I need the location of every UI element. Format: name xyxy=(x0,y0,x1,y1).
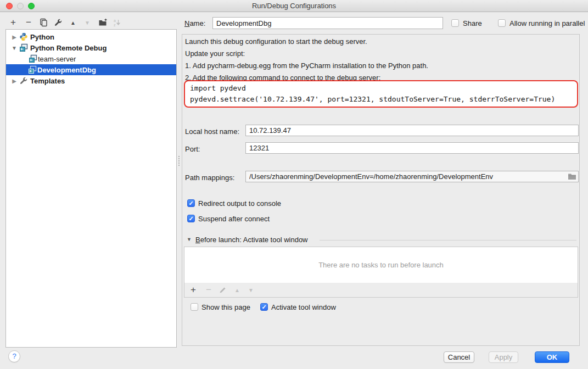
tree-item-python-remote-debug[interactable]: ▼ Python Remote Debug xyxy=(7,42,176,53)
name-input[interactable] xyxy=(212,17,443,29)
move-down-icon: ▼ xyxy=(248,287,254,293)
check-icon: ✓ xyxy=(188,200,193,206)
move-down-button: ▼ xyxy=(81,16,93,29)
close-icon[interactable] xyxy=(6,3,13,9)
ok-button[interactable]: OK xyxy=(535,351,569,363)
path-mappings-input[interactable] xyxy=(245,171,579,182)
titlebar: Run/Debug Configurations xyxy=(0,0,588,12)
apply-button[interactable]: Apply xyxy=(489,351,518,363)
svg-text:a: a xyxy=(114,19,116,23)
code-line: pydevd.settrace('10.72.139.47', port=123… xyxy=(190,94,572,105)
remote-debug-icon xyxy=(29,54,37,63)
move-task-down-button: ▼ xyxy=(245,284,257,296)
tree-item-developmentdbg[interactable]: DevelopmentDbg xyxy=(6,64,176,75)
instruction-line: Launch this debug configuration to start… xyxy=(185,36,367,47)
zoom-icon[interactable] xyxy=(28,3,35,9)
instruction-line: Update your script: xyxy=(185,48,245,59)
remove-configuration-button[interactable]: − xyxy=(23,16,35,29)
suspend-after-connect-label: Suspend after connect xyxy=(198,215,270,223)
folder-icon xyxy=(568,173,576,180)
help-icon: ? xyxy=(12,352,16,360)
parallel-checkbox[interactable] xyxy=(498,19,506,27)
code-line: import pydevd xyxy=(190,83,572,94)
move-up-icon: ▲ xyxy=(70,20,76,26)
show-this-page-checkbox[interactable] xyxy=(191,303,198,311)
help-button[interactable]: ? xyxy=(8,350,20,362)
before-launch-label: Before launch: Activate tool window xyxy=(195,236,308,244)
suspend-after-connect-checkbox[interactable]: ✓ xyxy=(187,215,195,222)
tree-item-label: DevelopmentDbg xyxy=(37,66,96,74)
show-this-page-label: Show this page xyxy=(201,303,250,312)
collapse-before-launch-icon[interactable]: ▼ xyxy=(187,237,192,242)
new-folder-button[interactable] xyxy=(97,16,109,29)
configurations-tree: ▶ Python ▼ Python Remote Debug xyxy=(5,29,177,348)
tree-item-team-server[interactable]: team-server xyxy=(7,53,176,64)
remote-debug-icon xyxy=(28,65,37,74)
chevron-down-icon[interactable]: ▼ xyxy=(11,45,18,51)
cancel-button[interactable]: Cancel xyxy=(444,351,474,363)
port-input[interactable] xyxy=(245,142,579,154)
debug-code-snippet: import pydevd pydevd.settrace('10.72.139… xyxy=(184,80,578,108)
tree-item-label: Templates xyxy=(30,77,65,85)
remove-task-button: − xyxy=(203,284,215,296)
task-list-toolbar: + − ▲ ▼ xyxy=(184,283,578,298)
edit-task-button xyxy=(217,284,229,296)
add-task-button[interactable]: + xyxy=(187,284,199,296)
configuration-panel: Launch this debug configuration to start… xyxy=(182,34,580,346)
move-task-up-button: ▲ xyxy=(231,284,243,296)
check-icon: ✓ xyxy=(188,215,193,222)
chevron-right-icon[interactable]: ▶ xyxy=(11,34,18,40)
check-icon: ✓ xyxy=(261,304,266,310)
sort-alphabetically-icon: a z xyxy=(113,18,121,27)
tree-item-python[interactable]: ▶ Python xyxy=(7,31,176,42)
python-icon xyxy=(19,32,28,41)
section-divider xyxy=(320,240,576,241)
remote-debug-icon xyxy=(19,43,28,52)
activate-tool-window-label: Activate tool window xyxy=(271,303,336,312)
copy-icon xyxy=(39,18,48,27)
chevron-right-icon[interactable]: ▶ xyxy=(11,78,18,84)
remove-icon: − xyxy=(206,284,211,295)
instruction-line: 1. Add pycharm-debug.egg from the PyChar… xyxy=(185,60,428,71)
path-mappings-label: Path mappings: xyxy=(185,172,234,183)
add-configuration-button[interactable]: + xyxy=(7,16,19,29)
redirect-output-checkbox[interactable]: ✓ xyxy=(187,199,195,207)
panel-splitter-handle[interactable] xyxy=(178,155,180,166)
move-up-icon: ▲ xyxy=(234,287,240,293)
move-down-icon: ▼ xyxy=(85,20,90,26)
minimize-icon xyxy=(17,3,24,9)
activate-tool-window-checkbox[interactable]: ✓ xyxy=(260,303,268,311)
pencil-icon xyxy=(219,286,227,294)
port-label: Port: xyxy=(185,144,200,155)
wrench-icon xyxy=(54,18,63,27)
tree-item-label: team-server xyxy=(38,55,76,63)
tree-item-templates[interactable]: ▶ Templates xyxy=(7,75,176,86)
sort-configurations-button: a z xyxy=(111,16,123,29)
move-up-button[interactable]: ▲ xyxy=(67,16,79,29)
add-icon: + xyxy=(191,284,196,295)
copy-configuration-button[interactable] xyxy=(37,16,49,29)
local-host-label: Local host name: xyxy=(185,126,239,137)
remove-icon: − xyxy=(26,17,31,28)
add-icon: + xyxy=(10,17,16,28)
local-host-input[interactable] xyxy=(245,125,579,136)
share-checkbox[interactable] xyxy=(451,19,459,27)
before-launch-task-list: There are no tasks to run before launch xyxy=(184,247,578,283)
empty-tasks-message: There are no tasks to run before launch xyxy=(318,261,444,269)
parallel-label: Allow running in parallel xyxy=(509,19,585,28)
share-label: Share xyxy=(463,19,482,28)
window-title: Run/Debug Configurations xyxy=(0,0,588,12)
browse-path-mappings-button[interactable] xyxy=(568,173,576,180)
tree-item-label: Python Remote Debug xyxy=(30,44,107,52)
svg-text:z: z xyxy=(114,23,116,27)
wrench-icon xyxy=(19,76,28,85)
tree-item-label: Python xyxy=(30,33,54,41)
name-label: Name: xyxy=(184,19,205,27)
new-folder-icon xyxy=(98,18,108,27)
redirect-output-label: Redirect output to console xyxy=(198,199,281,208)
edit-defaults-button[interactable] xyxy=(52,16,64,29)
